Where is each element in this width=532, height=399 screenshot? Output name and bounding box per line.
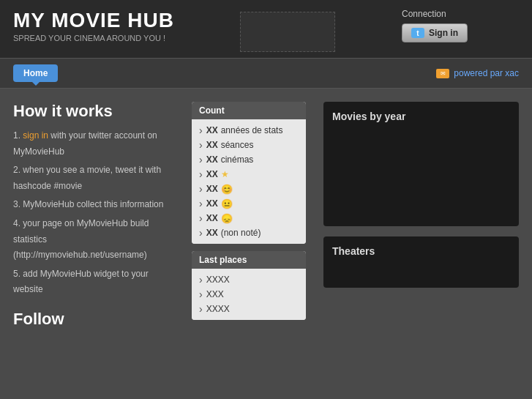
powered-by-label: powered par xac (454, 68, 519, 78)
count-item-smile: XX 😊 (199, 182, 299, 196)
count-xx: XX (206, 213, 218, 223)
count-xx: XX (206, 198, 218, 209)
theaters-title: Theaters (332, 245, 510, 257)
header-right: Connection t Sign in (402, 9, 519, 42)
how-it-works-title: How it works (13, 102, 170, 121)
count-box: Count XX années de stats XX séances XX c… (192, 102, 306, 244)
count-item-star: XX ★ (199, 167, 299, 182)
sad-icon: 😞 (221, 213, 233, 224)
theaters-box: Theaters (323, 236, 519, 288)
count-item-non-note: XX (non noté) (199, 225, 299, 240)
count-items: XX années de stats XX séances XX cinémas… (192, 119, 306, 244)
middle-column: Count XX années de stats XX séances XX c… (183, 89, 315, 342)
connection-label: Connection (402, 9, 519, 19)
meh-icon: 😐 (221, 198, 233, 209)
header-left: MY MOVIE HUB SPREAD YOUR CINEMA AROUND Y… (13, 9, 174, 42)
last-place-label: XXX (206, 289, 224, 299)
last-places-items: XXXX XXX XXXX (192, 269, 306, 320)
signin-button[interactable]: t Sign in (402, 23, 468, 42)
last-place-label: XXXX (206, 275, 230, 285)
last-places-box: Last places XXXX XXX XXXX (192, 251, 306, 320)
powered-by: ✉ powered par xac (436, 68, 519, 78)
count-xx: XX (206, 125, 218, 135)
count-item-sad: XX 😞 (199, 211, 299, 225)
right-column: Movies by year Theaters (315, 89, 532, 342)
count-item-meh: XX 😐 (199, 196, 299, 211)
count-xx: XX (206, 140, 218, 150)
last-place-item: XXXX (199, 302, 299, 316)
how-it-works-list: 1. sign in with your twitter account on … (13, 128, 170, 298)
list-item: 5. add MyMovieHub widget to your website (13, 266, 170, 298)
count-item-annees: XX années de stats (199, 123, 299, 138)
list-item: 3. MyMovieHub collect this information (13, 197, 170, 213)
follow-title: Follow (13, 310, 170, 329)
left-column: How it works 1. sign in with your twitte… (0, 89, 183, 342)
home-button[interactable]: Home (13, 64, 58, 82)
count-xx: XX (206, 184, 218, 194)
header-center (174, 9, 402, 52)
movies-by-year-title: Movies by year (332, 111, 510, 122)
signin-label: Sign in (429, 28, 458, 38)
twitter-icon: t (411, 28, 424, 38)
star-icon: ★ (221, 169, 229, 179)
email-icon: ✉ (436, 69, 449, 78)
count-label: années de stats (221, 125, 283, 135)
navbar: Home ✉ powered par xac (0, 58, 532, 88)
list-item: 2. when you see a movie, tweet it with h… (13, 163, 170, 194)
last-place-item: XXXX (199, 272, 299, 287)
last-place-item: XXX (199, 287, 299, 302)
smile-icon: 😊 (221, 184, 233, 195)
header-ad-placeholder (240, 12, 335, 52)
last-places-header: Last places (192, 251, 306, 269)
list-item: 4. your page on MyMovieHub build statist… (13, 216, 170, 264)
site-title: MY MOVIE HUB (13, 9, 174, 32)
list-item: 1. sign in with your twitter account on … (13, 128, 170, 160)
count-label: cinémas (221, 154, 254, 165)
count-xx: XX (206, 154, 218, 165)
count-xx: XX (206, 228, 218, 238)
count-xx: XX (206, 169, 218, 179)
header: MY MOVIE HUB SPREAD YOUR CINEMA AROUND Y… (0, 0, 532, 58)
main-content: How it works 1. sign in with your twitte… (0, 89, 532, 342)
count-label: séances (221, 140, 254, 150)
movies-by-year-box: Movies by year (323, 102, 519, 226)
site-subtitle: SPREAD YOUR CINEMA AROUND YOU ! (13, 34, 174, 42)
count-label: (non noté) (221, 228, 261, 238)
count-item-cinemas: XX cinémas (199, 152, 299, 167)
sign-in-link[interactable]: sign in (23, 130, 48, 141)
count-header: Count (192, 102, 306, 119)
count-item-seances: XX séances (199, 138, 299, 152)
last-place-label: XXXX (206, 304, 230, 314)
